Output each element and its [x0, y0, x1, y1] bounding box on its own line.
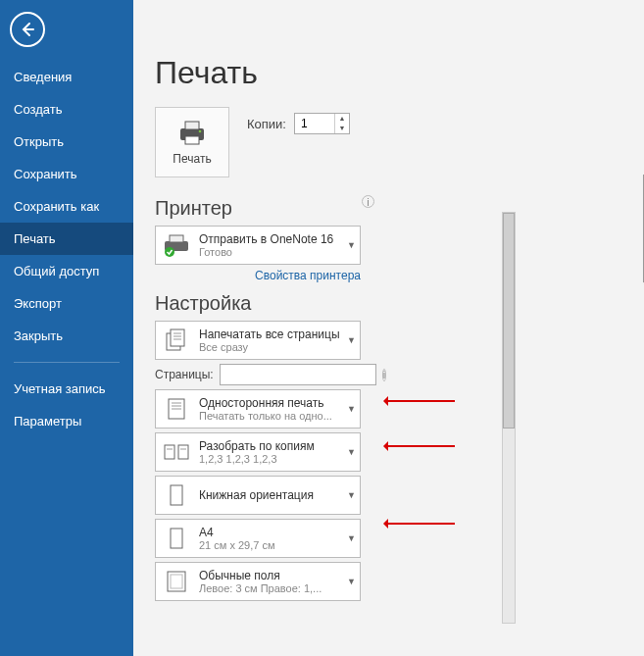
sidebar-item-label: Общий доступ — [14, 264, 99, 278]
svg-rect-20 — [171, 485, 182, 505]
back-button[interactable] — [10, 12, 45, 47]
print-button[interactable]: Печать — [155, 107, 229, 177]
svg-rect-2 — [185, 136, 199, 144]
sidebar-item-label: Сведения — [14, 70, 72, 84]
arrow-left-icon — [19, 21, 36, 38]
margins-dropdown[interactable]: Обычные поля Левое: 3 см Правое: 1,... ▼ — [155, 562, 361, 601]
svg-rect-17 — [178, 445, 188, 459]
svg-rect-21 — [171, 529, 182, 548]
sidebar-item-label: Открыть — [14, 134, 64, 149]
sidebar-item-account[interactable]: Учетная запись — [0, 373, 133, 405]
dropdown-subtitle: Все сразу — [199, 341, 340, 353]
printer-properties-link[interactable]: Свойства принтера — [155, 269, 361, 282]
spinner-up-icon[interactable]: ▲ — [335, 114, 349, 124]
sidebar-divider — [14, 362, 120, 363]
dropdown-title: Книжная ориентация — [199, 488, 314, 502]
copies-input[interactable] — [295, 114, 334, 133]
svg-rect-1 — [185, 122, 199, 129]
dropdown-title: Односторонняя печать — [199, 396, 332, 410]
chevron-down-icon: ▼ — [347, 404, 356, 414]
sidebar-item-label: Экспорт — [14, 296, 62, 311]
settings-scrollbar[interactable] — [502, 212, 516, 624]
sidebar-item-label: Параметры — [14, 414, 81, 429]
printer-status: Готово — [199, 246, 333, 258]
chevron-down-icon: ▼ — [347, 240, 356, 250]
print-panel: Печать Печать Копии: ▲ ▼ i Принтер — [133, 0, 644, 656]
spinner-down-icon[interactable]: ▼ — [335, 124, 349, 133]
sidebar-item-info[interactable]: Сведения — [0, 61, 133, 93]
annotation-arrow — [386, 523, 455, 525]
chevron-down-icon: ▼ — [347, 533, 356, 543]
svg-rect-5 — [170, 235, 183, 242]
annotation-arrow — [386, 400, 455, 402]
svg-point-3 — [199, 130, 202, 133]
print-button-label: Печать — [173, 152, 211, 166]
sidebar-item-label: Создать — [14, 102, 62, 117]
print-range-dropdown[interactable]: Напечатать все страницы Все сразу ▼ — [155, 321, 361, 360]
printer-name: Отправить в OneNote 16 — [199, 232, 333, 246]
sidebar-item-saveas[interactable]: Сохранить как — [0, 190, 133, 223]
dropdown-subtitle: 21 см x 29,7 см — [199, 539, 275, 551]
pages-input[interactable] — [220, 364, 376, 385]
dropdown-title: Разобрать по копиям — [199, 439, 315, 453]
copies-spinner[interactable]: ▲ ▼ — [294, 113, 350, 134]
sidebar-item-new[interactable]: Создать — [0, 93, 133, 126]
portrait-icon — [162, 480, 191, 510]
single-side-icon — [162, 394, 191, 424]
dropdown-subtitle: 1,2,3 1,2,3 1,2,3 — [199, 453, 315, 465]
page-title: Печать — [155, 55, 644, 91]
dropdown-title: Напечатать все страницы — [199, 328, 340, 341]
info-icon[interactable]: i — [362, 195, 374, 208]
chevron-down-icon: ▼ — [347, 335, 356, 345]
printer-section-title: Принтер — [155, 197, 361, 220]
sidebar-item-label: Печать — [14, 231, 56, 246]
sidebar-item-open[interactable]: Открыть — [0, 126, 133, 158]
dropdown-title: Обычные поля — [199, 569, 322, 582]
dropdown-subtitle: Печатать только на одно... — [199, 410, 332, 422]
collate-icon — [162, 437, 191, 467]
paper-icon — [162, 524, 191, 553]
sidebar-item-label: Сохранить как — [14, 199, 99, 214]
svg-rect-8 — [171, 329, 184, 346]
settings-section-title: Настройка — [155, 292, 361, 315]
chevron-down-icon: ▼ — [347, 490, 356, 500]
sidebar-item-print[interactable]: Печать — [0, 223, 133, 255]
printer-icon — [176, 119, 208, 146]
scrollbar-thumb[interactable] — [503, 213, 515, 429]
pages-label: Страницы: — [155, 368, 214, 381]
sidebar-item-save[interactable]: Сохранить — [0, 158, 133, 190]
sidebar-item-export[interactable]: Экспорт — [0, 287, 133, 320]
copies-label: Копии: — [247, 117, 286, 131]
svg-point-6 — [165, 247, 174, 257]
paper-size-dropdown[interactable]: A4 21 см x 29,7 см ▼ — [155, 519, 361, 558]
chevron-down-icon: ▼ — [347, 447, 356, 457]
svg-rect-16 — [165, 445, 174, 459]
info-icon[interactable]: i — [382, 369, 386, 381]
sidebar-item-close[interactable]: Закрыть — [0, 320, 133, 352]
printer-dropdown[interactable]: Отправить в OneNote 16 Готово ▼ — [155, 226, 361, 265]
dropdown-subtitle: Левое: 3 см Правое: 1,... — [199, 582, 322, 594]
sidebar-item-label: Учетная запись — [14, 381, 106, 396]
chevron-down-icon: ▼ — [347, 577, 356, 586]
margins-icon — [162, 567, 191, 596]
sides-dropdown[interactable]: Односторонняя печать Печатать только на … — [155, 389, 361, 429]
annotation-arrow — [386, 445, 455, 447]
collate-dropdown[interactable]: Разобрать по копиям 1,2,3 1,2,3 1,2,3 ▼ — [155, 432, 361, 472]
copies-row: Копии: ▲ ▼ — [247, 113, 350, 134]
print-row: Печать Копии: ▲ ▼ — [155, 107, 644, 177]
orientation-dropdown[interactable]: Книжная ориентация ▼ — [155, 476, 361, 515]
sidebar-item-label: Закрыть — [14, 328, 63, 343]
pages-field-row: Страницы: i — [155, 364, 361, 385]
printer-ready-icon — [162, 230, 191, 260]
sidebar-item-options[interactable]: Параметры — [0, 405, 133, 437]
settings-column: i Принтер Отправить в OneNote 16 Готово … — [155, 197, 361, 601]
sidebar-item-label: Сохранить — [14, 167, 77, 181]
backstage-sidebar: Сведения Создать Открыть Сохранить Сохра… — [0, 0, 133, 656]
pages-stack-icon — [162, 326, 191, 355]
sidebar-item-share[interactable]: Общий доступ — [0, 255, 133, 287]
dropdown-title: A4 — [199, 526, 275, 539]
